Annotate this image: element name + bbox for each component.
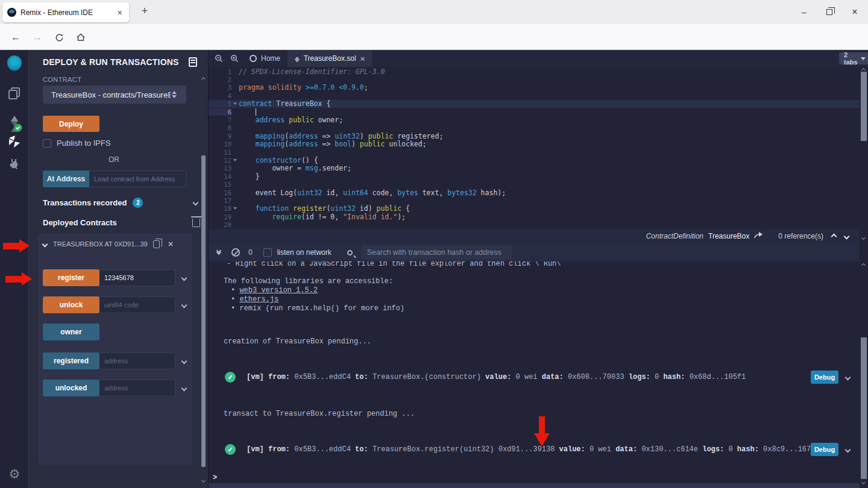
unlocked-argument-input[interactable] [99, 380, 175, 396]
code-line[interactable]: 4 [209, 92, 860, 99]
tab-close-icon[interactable]: × [360, 54, 365, 63]
chevron-down-icon[interactable] [193, 200, 199, 206]
scrollbar-thumb[interactable] [861, 337, 867, 479]
back-icon[interactable]: ← [7, 29, 24, 46]
expand-function-icon[interactable] [181, 302, 187, 308]
scroll-up-icon[interactable] [861, 263, 866, 267]
code-line[interactable]: 11 [209, 148, 860, 156]
browser-tab[interactable]: Remix - Ethereum IDE × [2, 2, 129, 22]
unlock-button[interactable]: unlock [43, 296, 99, 313]
transaction-row[interactable]: ✓ [vm] from: 0x5B3...eddC4 to: TreasureB… [209, 369, 860, 386]
code-line[interactable]: 6 [209, 108, 860, 116]
expand-function-icon[interactable] [181, 275, 187, 281]
library-link[interactable]: • web3 version 1.5.2 [231, 286, 318, 295]
chevron-down-icon[interactable] [42, 241, 48, 247]
clear-instances-trash-icon[interactable] [192, 219, 200, 227]
zoom-out-icon[interactable] [211, 54, 227, 63]
plugin-manager-icon[interactable] [0, 157, 29, 172]
panel-scrollbar[interactable] [201, 50, 206, 488]
expand-transaction-icon[interactable] [845, 446, 851, 452]
home-icon[interactable] [72, 29, 89, 46]
unlocked-button[interactable]: unlocked [43, 380, 99, 396]
scroll-down-icon[interactable] [861, 480, 866, 484]
scrollbar-thumb[interactable] [201, 155, 206, 467]
terminal-output[interactable]: - Right click on a JavaScript file in th… [209, 261, 860, 488]
code-line[interactable]: 12 constructor() { [209, 156, 860, 164]
solidity-compiler-icon[interactable] [0, 114, 29, 133]
code-line[interactable]: 3pragma solidity >=0.7.0 <0.9.0; [209, 84, 860, 92]
code-line[interactable]: 17 [209, 196, 860, 204]
registered-argument-input[interactable] [99, 352, 175, 369]
code-line[interactable]: 14 } [209, 172, 860, 180]
fold-arrow-icon[interactable] [231, 159, 239, 161]
clear-terminal-icon[interactable] [231, 248, 240, 257]
terminal-scrollbar[interactable] [859, 261, 868, 488]
tabs-dropdown[interactable]: 2 tabs [839, 52, 868, 64]
code-editor[interactable]: 1// SPDX-License-Identifier: GPL-3.023pr… [209, 67, 860, 229]
library-link[interactable]: • ethers.js [231, 295, 278, 304]
deploy-run-icon[interactable] [0, 134, 29, 150]
terminal-prompt[interactable]: > [213, 474, 217, 482]
register-argument-input[interactable] [99, 269, 175, 286]
code-line[interactable]: 8 [209, 124, 860, 132]
window-close-button[interactable]: × [841, 0, 868, 24]
register-button[interactable]: register [43, 269, 99, 286]
code-line[interactable]: 20 [209, 221, 860, 228]
tab-close-icon[interactable]: × [116, 8, 124, 17]
code-line[interactable]: 5contract TreasureBox { [209, 100, 860, 108]
expand-terminal-icon[interactable] [217, 251, 221, 254]
code-line[interactable]: 13 owner = msg.sender; [209, 164, 860, 172]
zoom-in-icon[interactable] [227, 54, 242, 63]
transactions-recorded-section[interactable]: Transactions recorded 2 [43, 198, 186, 208]
scroll-down-icon[interactable] [861, 236, 866, 240]
code-line[interactable]: 16 event Log(uint32 id, uint64 code, byt… [209, 189, 860, 196]
registered-button[interactable]: registered [43, 352, 99, 369]
code-line[interactable]: 15 [209, 180, 860, 188]
file-explorer-icon[interactable] [0, 86, 29, 101]
scroll-up-icon[interactable] [201, 77, 206, 81]
expand-function-icon[interactable] [181, 385, 187, 391]
prev-reference-icon[interactable] [831, 233, 837, 239]
code-line[interactable]: 19 require(id != 0, "Invalid id."); [209, 213, 860, 221]
editor-scrollbar[interactable] [859, 67, 868, 243]
fold-arrow-icon[interactable] [231, 207, 239, 210]
goto-definition-icon[interactable] [754, 232, 763, 241]
code-line[interactable]: 1// SPDX-License-Identifier: GPL-3.0 [209, 67, 860, 75]
code-line[interactable]: 2 [209, 75, 860, 83]
instance-header[interactable]: TREASUREBOX AT 0XD91...39138 ( × [43, 240, 187, 248]
deploy-button[interactable]: Deploy [43, 116, 99, 132]
remix-logo-icon[interactable] [0, 54, 29, 74]
tab-home[interactable]: Home [242, 50, 288, 67]
debug-button[interactable]: Debug [811, 443, 838, 456]
expand-function-icon[interactable] [181, 358, 187, 364]
window-minimize-button[interactable]: – [790, 0, 818, 24]
forward-icon[interactable]: → [29, 29, 46, 46]
code-line[interactable]: 7 address public owner; [209, 116, 860, 124]
unlock-argument-input[interactable] [99, 296, 175, 313]
tab-treasurebox-sol[interactable]: ◆ TreasureBox.sol × [288, 50, 372, 67]
copy-icon[interactable] [153, 240, 160, 248]
contract-select[interactable]: TreasureBox - contracts/TreasureBo [43, 86, 186, 104]
fold-arrow-icon[interactable] [231, 102, 239, 105]
window-restore-button[interactable] [816, 0, 843, 24]
terminal-hscrollbar[interactable] [209, 483, 860, 488]
scrollbar-thumb[interactable] [861, 72, 867, 141]
at-address-input[interactable] [89, 170, 186, 187]
publish-ipfs-checkbox[interactable] [43, 139, 51, 148]
code-line[interactable]: 10 mapping(address => bool) public unloc… [209, 140, 860, 148]
expand-transaction-icon[interactable] [845, 374, 851, 380]
reload-icon[interactable] [51, 29, 68, 46]
recorder-icon[interactable] [189, 57, 197, 67]
listen-checkbox[interactable] [263, 248, 272, 257]
owner-button[interactable]: owner [43, 324, 99, 340]
at-address-button[interactable]: At Address [43, 170, 89, 187]
debug-button[interactable]: Debug [811, 371, 838, 384]
next-reference-icon[interactable] [844, 233, 850, 239]
terminal-search-input[interactable] [361, 245, 512, 260]
close-instance-icon[interactable]: × [168, 240, 173, 248]
new-tab-button[interactable]: + [137, 5, 152, 17]
code-line[interactable]: 9 mapping(address => uint32) public regi… [209, 132, 860, 140]
scroll-down-icon[interactable] [201, 478, 206, 483]
code-line[interactable]: 18 function register(uint32 id) public { [209, 205, 860, 213]
settings-gear-icon[interactable]: ⚙ [0, 467, 29, 481]
